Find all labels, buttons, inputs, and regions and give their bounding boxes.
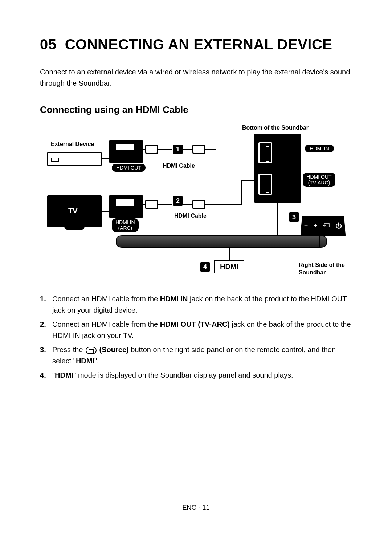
step-text: " mode is displayed on the Soundbar disp… bbox=[73, 371, 293, 379]
hdmi-in-arc-port-icon bbox=[109, 195, 143, 218]
tv-label: TV bbox=[68, 207, 78, 215]
connector-line bbox=[277, 203, 278, 236]
hdmi-out-tvarc-line1: HDMI OUT bbox=[306, 174, 331, 180]
hdmi-display-box: HDMI bbox=[214, 260, 244, 273]
volume-up-icon: + bbox=[314, 222, 318, 229]
page-number: ENG - 11 bbox=[0, 504, 392, 512]
connector-line bbox=[102, 211, 109, 212]
step-bold: HDMI bbox=[76, 357, 94, 365]
soundbar-body-icon bbox=[116, 235, 327, 248]
connector-line bbox=[102, 158, 109, 159]
hdmi-in-arc-line1: HDMI IN bbox=[115, 219, 135, 225]
hdmi-cable-label: HDMI Cable bbox=[174, 213, 207, 219]
callout-1: 1 bbox=[172, 144, 183, 155]
callout-3: 3 bbox=[289, 212, 299, 223]
hdmi-out-port-icon bbox=[109, 140, 143, 163]
intro-paragraph: Connect to an external device via a wire… bbox=[40, 66, 352, 89]
step-bold: HDMI bbox=[55, 371, 73, 379]
connector-line bbox=[319, 235, 320, 248]
hdmi-out-tvarc-label: HDMI OUT (TV-ARC) bbox=[303, 173, 335, 187]
section-title: 05 CONNECTING AN EXTERNAL DEVICE bbox=[40, 36, 352, 53]
step-bold: (Source) bbox=[99, 346, 129, 354]
step-bold: HDMI IN bbox=[160, 295, 188, 303]
hdmi-in-slot-icon bbox=[258, 142, 272, 163]
hdmi-out-slot-icon bbox=[258, 174, 272, 195]
volume-down-icon: − bbox=[304, 222, 308, 229]
step-2: Connect an HDMI cable from the HDMI OUT … bbox=[52, 319, 352, 341]
source-icon bbox=[323, 222, 330, 229]
hdmi-in-arc-badge: HDMI IN (ARC) bbox=[112, 218, 139, 232]
subheading: Connecting using an HDMI Cable bbox=[40, 104, 352, 115]
hdmi-in-arc-line2: (ARC) bbox=[118, 225, 132, 231]
hdmi-out-tvarc-line2: (TV-ARC) bbox=[308, 180, 330, 186]
section-title-text: CONNECTING AN EXTERNAL DEVICE bbox=[65, 36, 332, 52]
connection-diagram: External Device HDMI OUT 1 HDMI Cable Bo… bbox=[47, 126, 345, 282]
connector-line bbox=[241, 180, 256, 181]
hdmi-plug-icon bbox=[145, 200, 158, 209]
step-text: ". bbox=[94, 357, 99, 365]
step-4: "HDMI" mode is displayed on the Soundbar… bbox=[52, 370, 352, 381]
callout-2: 2 bbox=[172, 195, 183, 206]
external-device-label: External Device bbox=[51, 141, 94, 147]
connector-line bbox=[241, 180, 242, 205]
right-side-label: Right Side of the Soundbar bbox=[299, 261, 345, 277]
section-number: 05 bbox=[40, 36, 57, 52]
steps-list: Connect an HDMI cable from the HDMI IN j… bbox=[40, 293, 352, 381]
hdmi-plug-icon bbox=[192, 145, 205, 154]
hdmi-plug-icon bbox=[145, 145, 158, 154]
hdmi-plug-icon bbox=[192, 200, 205, 209]
soundbar-side-panel: − + ⏻ bbox=[301, 216, 346, 236]
power-icon: ⏻ bbox=[335, 222, 342, 229]
connector-line bbox=[229, 248, 230, 260]
hdmi-out-badge: HDMI OUT bbox=[112, 164, 146, 172]
right-side-line2: Soundbar bbox=[299, 269, 326, 276]
svg-rect-0 bbox=[324, 223, 329, 227]
bottom-soundbar-label: Bottom of the Soundbar bbox=[242, 125, 309, 131]
step-text: Connect an HDMI cable from the bbox=[52, 320, 160, 328]
external-device-icon bbox=[47, 152, 102, 166]
step-text: Connect an HDMI cable from the bbox=[52, 295, 160, 303]
hdmi-cable-label: HDMI Cable bbox=[163, 163, 195, 169]
soundbar-bottom-panel bbox=[254, 134, 301, 203]
step-text: Press the bbox=[52, 346, 85, 354]
step-1: Connect an HDMI cable from the HDMI IN j… bbox=[52, 293, 352, 316]
source-button-icon bbox=[86, 347, 97, 354]
callout-4: 4 bbox=[200, 261, 211, 272]
step-bold: HDMI OUT (TV-ARC) bbox=[160, 320, 230, 328]
hdmi-in-port-label: HDMI IN bbox=[305, 145, 334, 152]
step-3: Press the (Source) button on the right s… bbox=[52, 344, 352, 367]
right-side-line1: Right Side of the bbox=[299, 262, 345, 268]
